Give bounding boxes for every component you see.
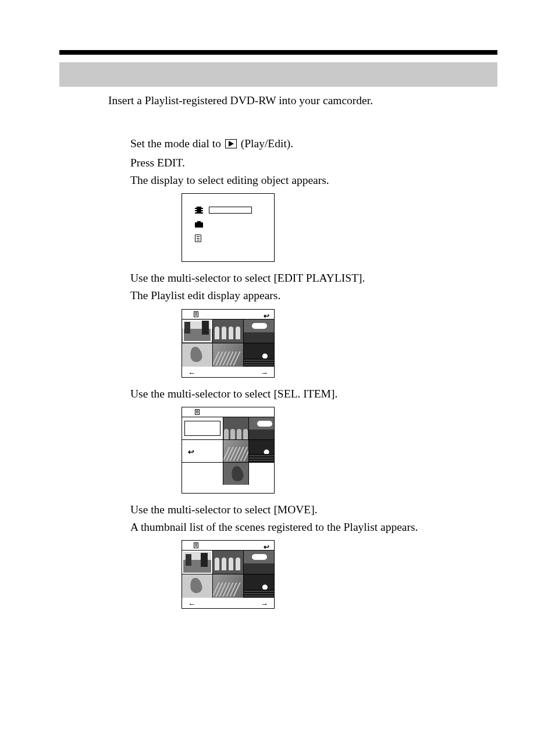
thumbnail (249, 440, 274, 462)
thumbnail-5 (213, 574, 243, 598)
nav-footer: ← → (182, 367, 274, 377)
step-2-sub: The display to select editing object app… (130, 172, 497, 189)
menu-row-playlist (195, 233, 265, 243)
thumbnail-6 (244, 343, 274, 367)
thumbnail (223, 463, 248, 485)
step-4-text: Use the multi-selector to select [SEL. I… (130, 386, 497, 402)
screen-footer (182, 485, 274, 493)
playlist-icon (195, 409, 200, 415)
step-1-text-a: Set the mode dial to (130, 137, 224, 150)
menu-row-photo (195, 219, 265, 229)
thumbnail-2 (213, 320, 243, 343)
move-thumbnail-screen: ↩ ← → (182, 540, 275, 609)
play-icon (225, 139, 237, 148)
thumbnail-6 (244, 574, 274, 598)
playlist-icon (195, 235, 201, 242)
section-heading-band (59, 62, 497, 87)
nav-footer: ← → (182, 598, 274, 608)
option-row-1 (182, 417, 223, 439)
option-thumbs-1 (223, 417, 274, 439)
step-2-text: Press EDIT. (130, 155, 497, 171)
menu-selection-outline (209, 207, 252, 214)
header-rule (59, 50, 497, 55)
screen-title-bar: ↩ (182, 541, 274, 550)
thumbnail-blank (249, 463, 274, 485)
page-content: Insert a Playlist-registered DVD-RW into… (59, 93, 497, 617)
thumbnail-4 (182, 574, 212, 598)
intro-paragraph: Insert a Playlist-registered DVD-RW into… (108, 93, 497, 108)
step-2: Press EDIT. The display to select editin… (130, 155, 497, 262)
step-4: Use the multi-selector to select [SEL. I… (130, 386, 497, 494)
thumbnail-4 (182, 343, 212, 367)
right-arrow-icon: → (261, 599, 268, 607)
camera-icon (195, 221, 203, 228)
sel-item-screen: ↩ (182, 407, 275, 494)
thumbnail-grid (182, 550, 274, 598)
step-3: Use the multi-selector to select [EDIT P… (130, 270, 497, 378)
step-5-text: Use the multi-selector to select [MOVE]. (130, 502, 497, 518)
thumbnail (249, 417, 274, 439)
edit-menu-screen (182, 193, 275, 262)
thumbnail-5 (213, 343, 243, 367)
option-row-2: ↩ (182, 440, 223, 462)
step-5: Use the multi-selector to select [MOVE].… (130, 502, 497, 609)
screen-title-bar: ↩ (182, 310, 274, 319)
thumbnail (223, 440, 248, 462)
film-icon (195, 207, 203, 214)
left-arrow-icon: ← (188, 599, 195, 607)
playlist-icon (194, 542, 198, 548)
thumbnail-3 (244, 551, 274, 574)
option-thumbs-3 (223, 463, 274, 485)
step-3-text: Use the multi-selector to select [EDIT P… (130, 270, 497, 286)
thumbnail-1 (182, 320, 212, 343)
thumbnail-grid (182, 319, 274, 367)
step-1: Set the mode dial to (Play/Edit). (130, 136, 497, 152)
playlist-icon (194, 311, 198, 317)
thumbnail-3 (244, 320, 274, 343)
sel-item-body: ↩ (182, 417, 274, 485)
screen-title-bar (182, 407, 274, 417)
step-5-sub: A thumbnail list of the scenes registere… (130, 519, 497, 535)
option-row-3 (182, 463, 223, 485)
thumbnail-2 (213, 551, 243, 574)
option-thumbs-2 (223, 440, 274, 462)
right-arrow-icon: → (261, 368, 268, 376)
left-arrow-icon: ← (188, 368, 195, 376)
playlist-edit-screen: ↩ ← → (182, 309, 275, 378)
menu-row-movie (195, 205, 265, 215)
step-1-text-b: (Play/Edit). (238, 137, 293, 150)
thumbnail (223, 417, 248, 439)
step-3-sub: The Playlist edit display appears. (130, 288, 497, 304)
thumbnail-1-selected (182, 551, 212, 574)
return-icon: ↩ (188, 447, 194, 458)
